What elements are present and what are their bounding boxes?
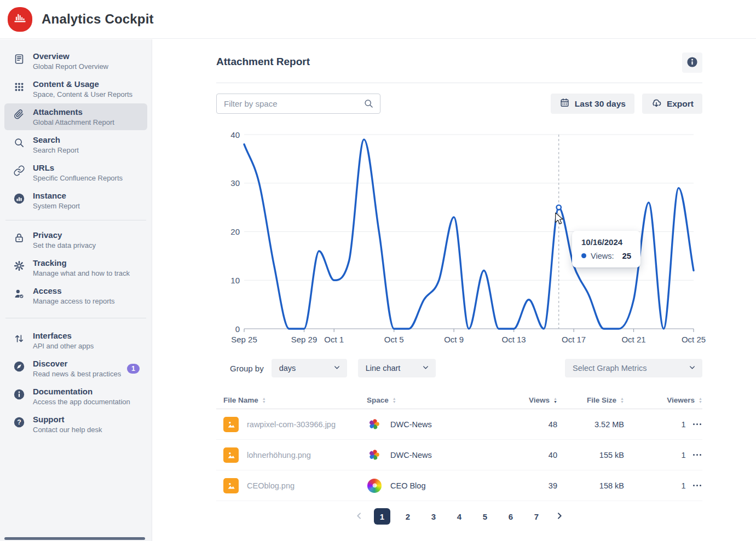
space-filter-input[interactable] (216, 94, 380, 114)
svg-text:20: 20 (230, 227, 240, 236)
sidebar-item-label: Search (33, 135, 79, 145)
file-name: rawpixel-com-303966.jpg (247, 420, 336, 429)
overview-icon (13, 53, 26, 65)
question-circle-icon: ? (13, 416, 26, 428)
row-actions-menu[interactable] (692, 482, 703, 489)
column-header-views[interactable]: Views▲▼ (526, 396, 557, 404)
sidebar-item-access[interactable]: AccessManage access to reports (4, 282, 147, 309)
group-by-value: days (279, 364, 296, 373)
column-header-space[interactable]: Space▲▼ (367, 396, 526, 404)
svg-text:Oct 5: Oct 5 (384, 335, 404, 344)
tooltip-series-label: Views: (591, 252, 614, 260)
space-name: DWC-News (390, 420, 432, 429)
sidebar-item-text: PrivacySet the data privacy (33, 230, 96, 250)
sidebar-item-urls[interactable]: URLsSpecific Confluence Reports (4, 159, 147, 186)
app-logo (8, 7, 32, 32)
column-header-viewers[interactable]: Viewers▲▼ (624, 396, 702, 404)
sidebar-item-sublabel: Space, Content & User Reports (33, 90, 132, 99)
sort-arrows-icon: ▲▼ (553, 397, 557, 404)
sidebar-item-text: DocumentationAccess the app documentatio… (33, 386, 130, 406)
previous-page-button[interactable] (354, 510, 365, 523)
views-cell: 39 (526, 481, 557, 490)
views-cell: 40 (526, 451, 557, 459)
report-info-button[interactable] (682, 53, 702, 73)
instance-icon (13, 193, 26, 205)
page-button-2[interactable]: 2 (400, 508, 416, 525)
viewers-count: 1 (681, 451, 685, 459)
next-page-button[interactable] (554, 510, 565, 523)
sidebar-item-label: Tracking (33, 258, 130, 268)
svg-text:Oct 13: Oct 13 (502, 335, 526, 344)
page-button-3[interactable]: 3 (425, 508, 442, 525)
table-header-row: File Name▲▼Space▲▼Views▲▼File Size▲▼View… (216, 392, 702, 409)
header-divider (216, 83, 702, 83)
page-button-4[interactable]: 4 (451, 508, 468, 525)
svg-text:?: ? (17, 418, 21, 426)
sidebar-item-tracking[interactable]: TrackingManage what and how to track (4, 254, 147, 281)
file-name-cell[interactable]: lohnerhöhung.png (216, 447, 367, 463)
sidebar-item-label: Documentation (33, 386, 130, 397)
sidebar-item-text: OverviewGlobal Report Overview (33, 51, 108, 71)
table-row: rawpixel-com-303966.jpgDWC-News483.52 MB… (216, 409, 702, 440)
space-logo-icon (367, 447, 382, 462)
sidebar-divider (5, 220, 146, 220)
sidebar-item-sublabel: Read news & best practices (33, 370, 121, 379)
graph-metrics-placeholder: Select Graph Metrics (573, 364, 647, 373)
space-name: DWC-News (390, 451, 432, 459)
sidebar-item-privacy[interactable]: PrivacySet the data privacy (4, 226, 147, 253)
sidebar-divider (5, 318, 146, 318)
main-panel: Attachment Report (152, 39, 756, 541)
column-header-file-name[interactable]: File Name▲▼ (216, 396, 367, 404)
column-header-file-size[interactable]: File Size▲▼ (557, 396, 624, 404)
sidebar-item-interfaces[interactable]: InterfacesAPI and other apps (4, 327, 147, 354)
views-chart-area: 010203040Sep 25Sep 29Oct 1Oct 5Oct 9Oct … (219, 129, 702, 349)
sidebar-item-content-usage[interactable]: Content & UsageSpace, Content & User Rep… (4, 75, 147, 102)
lock-icon (13, 232, 26, 244)
sidebar-item-discover[interactable]: DiscoverRead news & best practices1 (4, 355, 147, 382)
sidebar-item-text: SearchSearch Report (33, 135, 79, 155)
sidebar-item-overview[interactable]: OverviewGlobal Report Overview (4, 48, 147, 74)
viewers-count: 1 (681, 420, 685, 429)
space-cell[interactable]: DWC-News (367, 447, 526, 462)
space-cell[interactable]: CEO Blog (367, 478, 526, 493)
file-name-cell[interactable]: CEOblog.png (216, 478, 367, 493)
graph-metrics-select[interactable]: Select Graph Metrics (565, 359, 702, 377)
sidebar-item-sublabel: Contact our help desk (33, 426, 102, 434)
sidebar-item-search[interactable]: SearchSearch Report (4, 131, 147, 158)
page-button-1[interactable]: 1 (374, 508, 390, 525)
svg-text:10: 10 (230, 276, 240, 285)
space-logo-icon (367, 478, 382, 493)
row-actions-menu[interactable] (692, 421, 703, 428)
row-actions-menu[interactable] (692, 452, 703, 458)
search-icon (13, 137, 26, 149)
views-cell: 48 (526, 420, 557, 429)
chevron-left-icon (355, 511, 363, 522)
sort-arrows-icon: ▲▼ (620, 397, 624, 404)
page-button-6[interactable]: 6 (503, 508, 519, 525)
app-title: Analytics Cockpit (42, 11, 154, 27)
column-label: File Name (223, 396, 258, 404)
chart-type-select[interactable]: Line chart (358, 359, 436, 377)
sidebar-item-support[interactable]: ?SupportContact our help desk (4, 411, 147, 438)
sidebar-item-sublabel: Set the data privacy (33, 241, 96, 250)
sidebar-item-label: Interfaces (33, 330, 94, 341)
page-button-7[interactable]: 7 (528, 508, 545, 525)
sidebar-item-label: Attachments (33, 107, 114, 117)
file-name-cell[interactable]: rawpixel-com-303966.jpg (216, 417, 367, 432)
group-by-select[interactable]: days (272, 359, 347, 377)
space-cell[interactable]: DWC-News (367, 417, 526, 432)
sidebar-item-attachments[interactable]: AttachmentsGlobal Attachment Report (4, 103, 147, 130)
sidebar-item-label: Support (33, 414, 102, 424)
sidebar-item-instance[interactable]: InstanceSystem Report (4, 187, 147, 214)
export-button[interactable]: Export (642, 94, 702, 114)
sidebar-horizontal-scrollbar[interactable] (4, 537, 145, 540)
page-button-5[interactable]: 5 (477, 508, 493, 525)
date-range-button[interactable]: Last 30 days (551, 94, 634, 114)
app-header: Analytics Cockpit (0, 0, 756, 39)
sidebar-item-label: Privacy (33, 230, 96, 240)
svg-text:Oct 25: Oct 25 (682, 335, 706, 344)
attachments-table: File Name▲▼Space▲▼Views▲▼File Size▲▼View… (216, 392, 702, 501)
calendar-icon (559, 97, 570, 110)
sidebar-item-documentation[interactable]: DocumentationAccess the app documentatio… (4, 383, 147, 410)
sidebar-item-text: DiscoverRead news & best practices (33, 358, 121, 379)
